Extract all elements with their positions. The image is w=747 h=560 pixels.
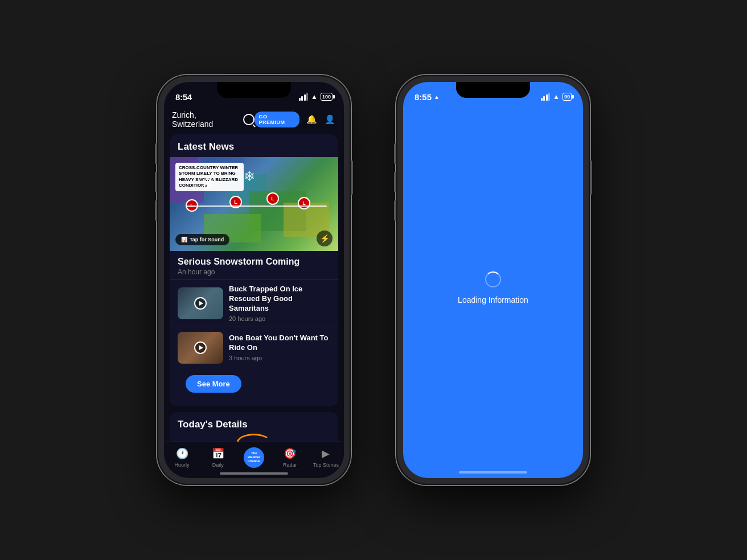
details-section-title: Today's Details (178, 419, 330, 430)
news-text-1: Buck Trapped On Ice Rescued By Good Sama… (229, 285, 330, 322)
right-notch (456, 82, 530, 98)
right-wifi-icon: ▲ (553, 93, 560, 101)
app-header: Zurich, Switzerland GO PREMIUM 🔔 👤 (164, 107, 344, 132)
headline-story[interactable]: Serious Snowstorm Coming An hour ago (170, 251, 338, 279)
battery-icon: 100 (321, 93, 333, 101)
see-more-button[interactable]: See More (186, 375, 241, 393)
news-title-2: One Boat You Don't Want To Ride On (229, 333, 330, 353)
details-arc-icon (237, 434, 271, 442)
play-triangle-icon-2 (199, 345, 203, 350)
play-circle-icon: ▶ (319, 447, 333, 460)
location-row[interactable]: Zurich, Switzerland (172, 110, 255, 129)
news-title-1: Buck Trapped On Ice Rescued By Good Sama… (229, 285, 330, 314)
loading-text: Loading Information (458, 295, 528, 304)
news-time-2: 3 hours ago (229, 355, 330, 361)
tap-sound-button[interactable]: 📊 Tap for Sound (175, 234, 229, 245)
snowflake-icon-2: ❄ (244, 168, 255, 184)
left-screen: 8:54 ▲ 100 Zurich, Switzerland (164, 82, 344, 478)
radar-icon: 🎯 (283, 447, 297, 460)
news-section: Latest News CROSS-COUNTRY WINTER STORM L… (170, 134, 338, 406)
play-button-2[interactable] (194, 341, 207, 354)
play-button-1[interactable] (194, 297, 207, 310)
right-time: 8:55 (414, 92, 432, 102)
search-icon[interactable] (243, 114, 255, 125)
news-text-2: One Boat You Don't Want To Ride On 3 hou… (229, 333, 330, 361)
headline-title: Serious Snowstorm Coming (178, 257, 330, 267)
profile-icon[interactable]: 👤 (323, 113, 336, 126)
news-section-title: Latest News (170, 134, 338, 157)
news-time-1: 20 hours ago (229, 315, 330, 322)
nav-item-top-stories[interactable]: ▶ Top Stories (308, 447, 344, 468)
left-status-icons: ▲ 100 (299, 93, 333, 101)
right-phone: 8:55 ▲ ▲ 99 Loading Information (396, 75, 590, 485)
news-thumb-1 (178, 287, 223, 319)
right-status-icons: ▲ 99 (541, 93, 572, 101)
location-arrow-icon: ▲ (434, 94, 440, 100)
location-text: Zurich, Switzerland (172, 110, 240, 129)
news-item-1[interactable]: Buck Trapped On Ice Rescued By Good Sama… (170, 279, 338, 327)
right-battery-icon: 99 (563, 93, 572, 101)
nav-label-radar: Radar (283, 462, 297, 468)
home-indicator-left (220, 472, 288, 475)
loading-spinner (485, 271, 501, 287)
right-signal-icon (541, 93, 551, 101)
nav-label-daily: Daily (212, 462, 224, 468)
loading-center: Loading Information (403, 107, 583, 469)
scroll-content: Latest News CROSS-COUNTRY WINTER STORM L… (164, 132, 344, 442)
signal-icon (299, 93, 309, 101)
weather-map[interactable]: CROSS-COUNTRY WINTER STORM LIKELY TO BRI… (170, 157, 338, 251)
nav-label-top-stories: Top Stories (313, 462, 339, 468)
storm-marker-3: L (266, 192, 279, 205)
lightning-button[interactable]: ⚡ (317, 230, 333, 246)
news-item-2[interactable]: One Boat You Don't Want To Ride On 3 hou… (170, 327, 338, 368)
nav-label-hourly: Hourly (175, 462, 190, 468)
storm-marker-4: L (298, 197, 310, 209)
left-notch (217, 82, 291, 98)
headline-time: An hour ago (178, 268, 330, 276)
twc-badge: TheWeatherChannel (244, 447, 264, 468)
bottom-nav: 🕐 Hourly 📅 Daily TheWeatherChannel 🎯 Rad… (164, 442, 344, 470)
snowflake-icon-1: ❄ (201, 174, 214, 193)
go-premium-button[interactable]: GO PREMIUM (255, 112, 300, 127)
calendar-icon: 📅 (211, 447, 225, 460)
header-actions: GO PREMIUM 🔔 👤 (255, 112, 336, 127)
sound-icon: 📊 (181, 237, 187, 242)
left-phone: 8:54 ▲ 100 Zurich, Switzerland (157, 75, 351, 485)
wifi-icon: ▲ (311, 93, 318, 101)
news-thumb-2 (178, 332, 223, 364)
left-time: 8:54 (175, 92, 192, 102)
lightning-icon: ⚡ (320, 234, 330, 243)
nav-item-daily[interactable]: 📅 Daily (200, 447, 236, 468)
nav-item-twc[interactable]: TheWeatherChannel (236, 447, 272, 468)
right-screen: 8:55 ▲ ▲ 99 Loading Information (403, 82, 583, 478)
nav-item-radar[interactable]: 🎯 Radar (272, 447, 308, 468)
play-triangle-icon-1 (199, 301, 203, 306)
clock-icon: 🕐 (175, 447, 189, 460)
storm-path (187, 205, 327, 207)
nav-item-hourly[interactable]: 🕐 Hourly (164, 447, 200, 468)
home-indicator-right (459, 471, 527, 473)
bell-icon[interactable]: 🔔 (305, 113, 318, 126)
details-section: Today's Details (170, 412, 338, 442)
